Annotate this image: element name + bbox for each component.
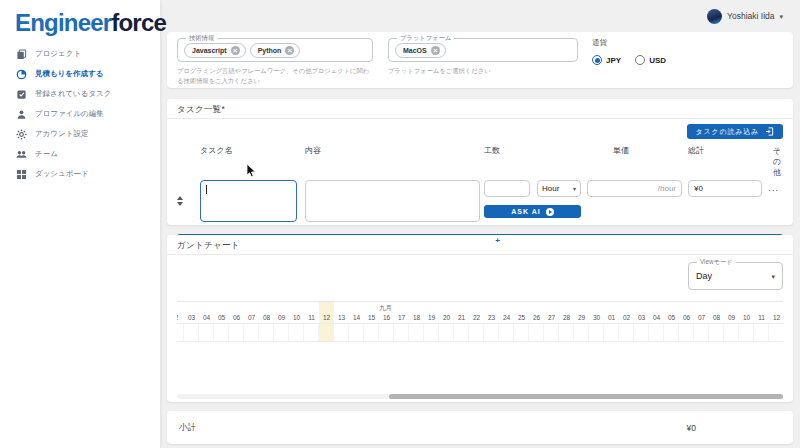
gantt-day-label: 14: [349, 312, 364, 323]
gantt-grid-cell: [229, 324, 244, 341]
task-list-title: タスク一覧*: [167, 99, 793, 119]
gantt-grid-cell: [214, 324, 229, 341]
sidebar-item[interactable]: プロファイルの編集: [0, 104, 160, 124]
gantt-day-label: 01: [604, 312, 619, 323]
gantt-day-label: 03: [634, 312, 649, 323]
task-name-textarea[interactable]: [200, 180, 297, 222]
horizontal-scrollbar-track: [177, 394, 783, 399]
gantt-grid-cell: [244, 324, 259, 341]
gantt-day-row: 2030405060708091011121314151617181920212…: [177, 312, 783, 324]
col-other: その他: [765, 145, 783, 178]
plus-icon: [494, 237, 502, 245]
gantt-grid-cell: [364, 324, 379, 341]
gantt-grid-cell: [754, 324, 769, 341]
gantt-grid-cell: [739, 324, 754, 341]
app-window: Engineerforce プロジェクト 見積もりを作成する 登録されているタス…: [0, 0, 800, 448]
gantt-day-label: 24: [499, 312, 514, 323]
gantt-day-label: 18: [409, 312, 424, 323]
gantt-grid-cell: [259, 324, 274, 341]
gantt-day-label: 04: [199, 312, 214, 323]
gantt-day-label: 25: [514, 312, 529, 323]
gantt-day-label: 19: [424, 312, 439, 323]
sidebar-item[interactable]: プロジェクト: [0, 44, 160, 64]
platform-input[interactable]: プラットフォーム MacOS: [388, 38, 578, 62]
sidebar-item[interactable]: アカウント設定: [0, 124, 160, 144]
view-mode-value: Day: [696, 271, 712, 281]
chip-remove-icon[interactable]: [431, 46, 440, 55]
gantt-grid-cell: [409, 324, 424, 341]
gantt-day-label: 07: [694, 312, 709, 323]
currency-radio[interactable]: JPY: [592, 55, 621, 65]
radio-icon: [592, 55, 602, 65]
gantt-day-label: 26: [529, 312, 544, 323]
gantt-grid-cell: [724, 324, 739, 341]
chip-remove-icon[interactable]: [231, 46, 240, 55]
effort-input[interactable]: [484, 180, 530, 197]
gantt-grid-cell: [604, 324, 619, 341]
gantt-grid-cell: [469, 324, 484, 341]
effort-unit-value: Hour: [542, 184, 559, 193]
effort-unit-select[interactable]: Hour ▾: [537, 180, 581, 197]
gantt-day-label: 05: [664, 312, 679, 323]
sidebar-item-icon: [16, 109, 27, 120]
gantt-grid-cell: [529, 324, 544, 341]
tech-info-field-block: 技術情報 Javascript Python プログラミング言語やフレームワーク: [177, 38, 373, 82]
platform-chip-label: MacOS: [403, 47, 427, 54]
task-description-textarea[interactable]: [305, 180, 480, 222]
brand-logo[interactable]: Engineerforce: [0, 0, 160, 44]
drag-handle-icon[interactable]: [177, 196, 183, 206]
sidebar-item-label: プロファイルの編集: [35, 109, 104, 119]
tech-chip: Python: [250, 43, 301, 58]
tech-chip-label: Javascript: [192, 47, 227, 54]
load-tasks-button[interactable]: タスクの読み込み: [687, 124, 783, 139]
sidebar-item-icon: [16, 89, 27, 100]
ask-ai-button[interactable]: ASK AI: [484, 205, 581, 218]
gantt-grid-cell: [694, 324, 709, 341]
currency-radio-label: JPY: [606, 56, 621, 65]
horizontal-scrollbar-thumb[interactable]: [389, 394, 783, 399]
gantt-day-label: 03: [184, 312, 199, 323]
task-column-labels: タスク名 内容 工数 単価 総計 その他: [167, 139, 793, 180]
gantt-day-label: 02: [619, 312, 634, 323]
currency-radio[interactable]: USD: [635, 55, 666, 65]
sidebar-item[interactable]: チーム: [0, 144, 160, 164]
platform-chip: MacOS: [395, 43, 446, 58]
gantt-day-label: 08: [259, 312, 274, 323]
gantt-grid-cell: [319, 324, 334, 341]
sidebar-item[interactable]: 登録されているタスク: [0, 84, 160, 104]
sidebar-item-label: 見積もりを作成する: [35, 69, 103, 79]
gantt-grid-cell: [289, 324, 304, 341]
gantt-grid-cell: [664, 324, 679, 341]
gantt-grid-cell: [769, 324, 783, 341]
chevron-down-icon[interactable]: ▾: [779, 13, 783, 20]
tech-info-input[interactable]: 技術情報 Javascript Python: [177, 38, 373, 62]
sidebar-item-icon: [16, 169, 27, 180]
view-mode-select[interactable]: Viewモード Day ▾: [688, 262, 783, 290]
sidebar-item[interactable]: 見積もりを作成する: [0, 64, 160, 84]
gantt-grid-cell: [379, 324, 394, 341]
row-more-menu[interactable]: ...: [762, 180, 783, 197]
tech-chip: Javascript: [184, 43, 246, 58]
gantt-day-label: 06: [229, 312, 244, 323]
gantt-day-label: 22: [469, 312, 484, 323]
task-list-card: タスク一覧* タスクの読み込み タスク名 内容 工数 単価 総計 その他: [167, 99, 793, 225]
user-avatar[interactable]: [707, 9, 722, 24]
unit-price-input[interactable]: [587, 180, 682, 197]
col-unit-price: 単価: [587, 145, 688, 178]
sidebar-item[interactable]: ダッシュボード: [0, 164, 160, 184]
gantt-day-label: 12: [319, 312, 334, 323]
gantt-day-label: 23: [484, 312, 499, 323]
brand-logo-primary: Engineer: [15, 9, 111, 36]
load-tasks-button-label: タスクの読み込み: [696, 127, 759, 137]
gantt-grid-cell: [394, 324, 409, 341]
top-bar: Yoshiaki Iida ▾: [167, 0, 793, 27]
currency-label: 通貨: [592, 38, 666, 48]
chip-remove-icon[interactable]: [285, 46, 294, 55]
ask-ai-label: ASK AI: [511, 208, 540, 215]
total-input[interactable]: [688, 180, 762, 197]
tech-chip-label: Python: [258, 47, 282, 54]
currency-radio-label: USD: [649, 56, 666, 65]
gantt-grid-cell: [424, 324, 439, 341]
gantt-grid-row: [177, 324, 783, 342]
col-description: 内容: [305, 145, 484, 178]
